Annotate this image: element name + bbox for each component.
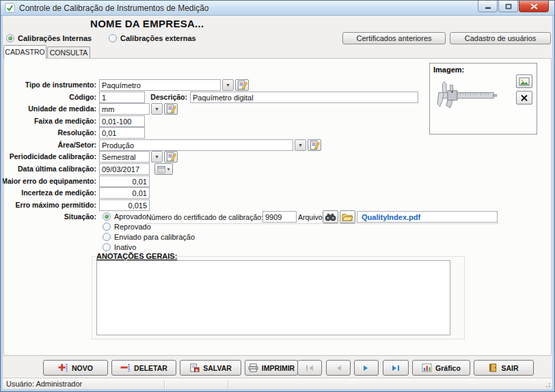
load-image-button[interactable] — [516, 74, 532, 88]
situacao-label: Situação: — [64, 211, 96, 223]
periodicidade-input[interactable] — [99, 151, 150, 163]
nav-prev-button[interactable] — [326, 360, 351, 376]
unidade-medida-input[interactable] — [99, 103, 150, 115]
periodicidade-dropdown-button[interactable]: ▼ — [151, 151, 163, 163]
novo-button[interactable]: NOVO — [43, 360, 108, 376]
chevron-down-icon: ▼ — [298, 143, 303, 148]
search-file-button[interactable] — [323, 210, 338, 223]
open-folder-icon — [342, 212, 353, 221]
binoculars-icon — [325, 212, 336, 221]
tipo-dropdown-button[interactable]: ▼ — [222, 79, 234, 91]
area-setor-label: Área/Setor: — [57, 139, 96, 151]
radio-selected-icon — [6, 34, 14, 42]
descricao-input[interactable] — [190, 92, 418, 103]
insert-record-icon — [58, 363, 68, 372]
caliper-image — [433, 79, 498, 117]
unidade-edit-list-button[interactable] — [164, 103, 178, 115]
maximize-icon — [505, 3, 512, 10]
data-ultima-calibracao-input[interactable] — [99, 163, 150, 175]
salvar-button[interactable]: SALVAR — [180, 360, 241, 376]
title-bar[interactable]: Controle de Calibração de Instrumentos d… — [1, 1, 554, 16]
clear-x-icon — [520, 94, 528, 102]
resize-grip[interactable] — [544, 381, 551, 388]
printer-icon — [248, 363, 258, 372]
descricao-label: Descrição: — [150, 92, 187, 103]
codigo-input[interactable] — [99, 92, 145, 103]
area-setor-input[interactable] — [99, 139, 293, 151]
tipo-instrumento-input[interactable] — [99, 79, 221, 91]
area-edit-list-button[interactable] — [308, 139, 321, 151]
tab-consulta-label: CONSULTA — [50, 48, 88, 57]
date-picker-button[interactable]: ▼ — [154, 163, 173, 175]
sair-label: SAIR — [501, 364, 518, 372]
area-dropdown-button[interactable]: ▼ — [295, 139, 306, 151]
image-panel: Imagem: — [429, 63, 537, 135]
erro-maximo-input[interactable] — [99, 199, 150, 211]
last-record-icon — [392, 365, 400, 372]
radio-aprovado[interactable]: Aprovado — [103, 212, 146, 221]
unidade-dropdown-button[interactable]: ▼ — [151, 103, 163, 115]
chevron-down-icon: ▼ — [226, 83, 230, 87]
sair-button[interactable]: SAIR — [474, 360, 534, 376]
radio-internas-label: Calibrações Internas — [18, 34, 92, 42]
minimize-button[interactable] — [478, 1, 498, 12]
tipo-edit-list-button[interactable] — [235, 79, 249, 91]
radio-calibracoes-internas[interactable]: Calibrações Internas — [6, 33, 92, 43]
radio-externas-label: Calibrações externas — [120, 34, 196, 42]
radio-reprovado[interactable]: Reprovado — [103, 222, 151, 232]
maximize-button[interactable] — [498, 1, 518, 12]
arquivo-label: Arquivo: — [298, 212, 325, 223]
data-ultima-calibracao-label: Data última calibração: — [18, 163, 96, 175]
open-file-button[interactable] — [340, 210, 355, 223]
edit-form-icon — [310, 140, 320, 150]
radio-aprovado-label: Aprovado — [114, 212, 146, 221]
calendar-icon — [157, 165, 165, 173]
app-icon — [5, 3, 15, 13]
chart-icon — [422, 363, 432, 372]
edit-form-icon — [166, 152, 176, 162]
grafico-label: Gráfico — [435, 364, 461, 372]
radio-enviado-label: Enviado para calibração — [114, 233, 195, 241]
status-bar: Usuário: Administrador — [3, 378, 552, 389]
cadastro-usuarios-label: Cadastro de usuários — [465, 34, 537, 42]
window-controls — [478, 1, 549, 12]
close-icon — [530, 3, 538, 10]
periodicidade-edit-list-button[interactable] — [164, 151, 178, 163]
exit-door-icon — [489, 363, 498, 372]
nav-last-button[interactable] — [383, 360, 409, 376]
nav-next-button[interactable] — [354, 360, 379, 376]
radio-enviado-calibracao[interactable]: Enviado para calibração — [103, 232, 195, 242]
certificados-anteriores-button[interactable]: Certificados anteriores — [342, 32, 446, 44]
faixa-medicao-input[interactable] — [99, 115, 145, 127]
incerteza-input[interactable] — [99, 187, 150, 199]
radio-calibracoes-externas[interactable]: Calibrações externas — [109, 33, 196, 43]
tab-cadastro[interactable]: CADASTRO — [3, 45, 46, 59]
maior-erro-input[interactable] — [99, 176, 150, 187]
nav-first-button[interactable] — [297, 360, 322, 376]
erro-maximo-label: Erro máximo permitido: — [16, 199, 96, 211]
delete-record-icon — [120, 363, 131, 372]
clear-image-button[interactable] — [516, 91, 532, 104]
certificado-input[interactable] — [262, 211, 297, 223]
deletar-button[interactable]: DELETAR — [111, 360, 176, 376]
first-record-icon — [306, 365, 314, 372]
next-record-icon — [362, 365, 370, 372]
arquivo-file-link[interactable]: QualityIndex.pdf — [362, 213, 420, 221]
close-button[interactable] — [519, 1, 549, 12]
imprimir-button[interactable]: IMPRIMIR — [245, 360, 298, 376]
codigo-label: Código: — [69, 92, 96, 103]
chevron-down-icon: ▼ — [167, 167, 171, 171]
incerteza-label: Incerteza de medição: — [21, 187, 96, 199]
tab-consulta[interactable]: CONSULTA — [47, 46, 90, 59]
prev-record-icon — [334, 365, 342, 372]
arquivo-field[interactable]: QualityIndex.pdf — [357, 211, 498, 223]
periodicidade-label: Periodicidade calibração: — [10, 151, 96, 163]
edit-form-icon — [237, 80, 247, 90]
picture-icon — [519, 77, 530, 86]
app-window: Controle de Calibração de Instrumentos d… — [0, 0, 555, 392]
grafico-button[interactable]: Gráfico — [412, 360, 470, 376]
tab-cadastro-label: CADASTRO — [5, 48, 44, 56]
anotacoes-textarea[interactable] — [96, 260, 450, 335]
resolucao-input[interactable] — [99, 127, 145, 139]
cadastro-usuarios-button[interactable]: Cadastro de usuários — [450, 32, 551, 44]
